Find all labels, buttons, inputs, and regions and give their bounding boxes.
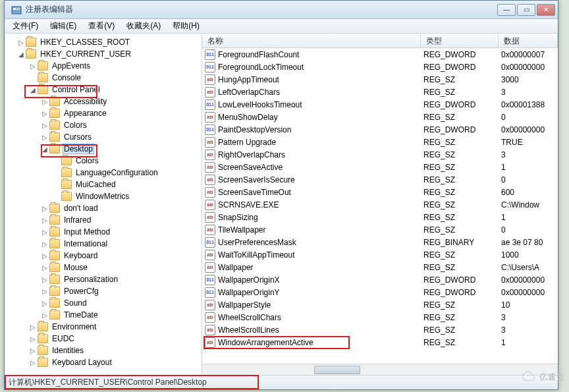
tree-node-eudc[interactable]: ▷EUDC	[5, 333, 202, 345]
tree-node-hkey-current-user[interactable]: ◢HKEY_CURRENT_USER	[5, 48, 202, 60]
tree-node-windowmetrics[interactable]: ▷WindowMetrics	[5, 190, 202, 202]
expander-icon[interactable]: ▷	[40, 98, 49, 105]
tree-node-identities[interactable]: ▷Identities	[5, 345, 202, 356]
value-row[interactable]: LowLevelHooksTimeoutREG_DWORD0x00001388	[202, 98, 558, 111]
expander-icon[interactable]: ▷	[40, 229, 49, 236]
menu-4[interactable]: 帮助(H)	[167, 19, 205, 33]
value-row[interactable]: PaintDesktopVersionREG_DWORD0x00000000	[202, 123, 558, 136]
close-button[interactable]: ✕	[537, 4, 555, 16]
tree-node-infrared[interactable]: ▷Infrared	[5, 214, 202, 226]
value-row[interactable]: RightOverlapCharsREG_SZ3	[202, 148, 558, 161]
expander-icon[interactable]: ▷	[40, 252, 49, 260]
tree-node-don-t-load[interactable]: ▷don't load	[5, 202, 202, 214]
expander-icon[interactable]: ▷	[40, 312, 49, 319]
value-row[interactable]: ForegroundLockTimeoutREG_DWORD0x00000000	[202, 61, 558, 73]
value-row[interactable]: WallpaperREG_SZC:\Users\A	[202, 261, 558, 273]
tree-node-cursors[interactable]: ▷Cursors	[5, 131, 202, 143]
expander-icon[interactable]: ▷	[40, 240, 49, 248]
tree-node-keyboard[interactable]: ▷Keyboard	[5, 250, 202, 262]
value-row[interactable]: ScreenSaverIsSecureREG_SZ0	[202, 173, 558, 186]
list-body[interactable]: ForegroundFlashCountREG_DWORD0x00000007F…	[202, 48, 558, 364]
menu-0[interactable]: 文件(F)	[7, 19, 43, 33]
expander-icon[interactable]: ▷	[40, 205, 49, 212]
value-row[interactable]: MenuShowDelayREG_SZ0	[202, 111, 558, 123]
expander-icon[interactable]: ▷	[40, 134, 49, 141]
value-type: REG_BINARY	[421, 238, 499, 247]
value-row[interactable]: HungAppTimeoutREG_SZ3000	[202, 73, 558, 86]
tree-node-colors[interactable]: ▷Colors	[5, 119, 202, 131]
value-row[interactable]: ScreenSaveActiveREG_SZ1	[202, 161, 558, 173]
expander-icon[interactable]: ▷	[28, 323, 38, 331]
tree-node-timedate[interactable]: ▷TimeDate	[5, 309, 202, 321]
expander-icon[interactable]: ▷	[40, 276, 49, 283]
menu-1[interactable]: 编辑(E)	[45, 19, 82, 33]
expander-icon[interactable]: ▷	[28, 63, 38, 70]
value-name: WallpaperOriginY	[218, 288, 280, 297]
expander-icon[interactable]: ▷	[40, 264, 49, 271]
tree-node-accessibility[interactable]: ▷Accessibility	[5, 96, 202, 107]
tree-node-powercfg[interactable]: ▷PowerCfg	[5, 285, 202, 297]
value-row[interactable]: TileWallpaperREG_SZ0	[202, 223, 558, 236]
expander-icon[interactable]: ▷	[40, 217, 49, 224]
column-data[interactable]: 数据	[499, 34, 558, 47]
tree-node-muicached[interactable]: ▷MuiCached	[5, 179, 202, 190]
menu-2[interactable]: 查看(V)	[83, 19, 120, 33]
minimize-button[interactable]: —	[497, 4, 516, 16]
title-bar[interactable]: 注册表编辑器 — ▭ ✕	[5, 1, 558, 19]
expander-icon[interactable]: ◢	[28, 86, 38, 94]
tree-node-appevents[interactable]: ▷AppEvents	[5, 60, 202, 72]
tree-node-input-method[interactable]: ▷Input Method	[5, 226, 202, 238]
value-row[interactable]: WaitToKillAppTimeoutREG_SZ1000	[202, 248, 558, 261]
value-type: REG_SZ	[421, 138, 499, 147]
value-data: 0	[499, 175, 558, 184]
tree-node-hkey-classes-root[interactable]: ▷HKEY_CLASSES_ROOT	[5, 36, 202, 48]
tree-pane[interactable]: ▷HKEY_CLASSES_ROOT◢HKEY_CURRENT_USER▷App…	[5, 34, 202, 375]
value-row[interactable]: WallpaperOriginXREG_DWORD0x00000000	[202, 273, 558, 286]
tree-node-personalization[interactable]: ▷Personalization	[5, 273, 202, 285]
tree-node-colors[interactable]: ▷Colors	[5, 155, 202, 167]
value-row[interactable]: SnapSizingREG_SZ1	[202, 211, 558, 223]
value-row[interactable]: SCRNSAVE.EXEREG_SZC:\Window	[202, 198, 558, 211]
value-row[interactable]: WallpaperOriginYREG_DWORD0x00000000	[202, 286, 558, 298]
menu-3[interactable]: 收藏夹(A)	[121, 19, 166, 33]
expander-icon[interactable]: ▷	[40, 122, 49, 129]
expander-icon[interactable]: ▷	[28, 359, 38, 366]
tree-node-desktop[interactable]: ◢Desktop	[5, 143, 202, 155]
value-row[interactable]: WindowArrangementActiveREG_SZ1	[202, 336, 558, 349]
expander-icon[interactable]: ▷	[16, 39, 26, 46]
tree-node-environment[interactable]: ▷Environment	[5, 321, 202, 333]
expander-icon[interactable]: ◢	[16, 51, 26, 58]
value-row[interactable]: WallpaperStyleREG_SZ10	[202, 298, 558, 311]
maximize-button[interactable]: ▭	[517, 4, 535, 16]
scrollbar-thumb[interactable]	[314, 366, 360, 374]
value-row[interactable]: ForegroundFlashCountREG_DWORD0x00000007	[202, 48, 558, 61]
expander-icon[interactable]: ▷	[40, 288, 49, 295]
expander-icon[interactable]: ▷	[40, 110, 49, 117]
tree-node-international[interactable]: ▷International	[5, 238, 202, 250]
tree-node-appearance[interactable]: ▷Appearance	[5, 107, 202, 119]
value-row[interactable]: Pattern UpgradeREG_SZTRUE	[202, 136, 558, 148]
value-row[interactable]: LeftOverlapCharsREG_SZ3	[202, 86, 558, 98]
tree-node-console[interactable]: ▷Console	[5, 72, 202, 84]
expander-icon[interactable]: ▷	[28, 335, 38, 343]
value-row[interactable]: WheelScrollCharsREG_SZ3	[202, 311, 558, 323]
expander-icon[interactable]: ◢	[40, 146, 49, 153]
value-row[interactable]: ScreenSaveTimeOutREG_SZ600	[202, 186, 558, 198]
value-name: PaintDesktopVersion	[218, 125, 291, 134]
value-row[interactable]: WheelScrollLinesREG_SZ3	[202, 323, 558, 336]
value-row[interactable]: UserPreferencesMaskREG_BINARYae 3e 07 80	[202, 236, 558, 248]
value-name: WallpaperOriginX	[218, 275, 280, 285]
tree-node-mouse[interactable]: ▷Mouse	[5, 262, 202, 273]
horizontal-scrollbar[interactable]	[202, 364, 558, 375]
tree-node-sound[interactable]: ▷Sound	[5, 297, 202, 309]
expander-icon[interactable]: ▷	[40, 300, 49, 307]
tree-node-control-panel[interactable]: ◢Control Panel	[5, 84, 202, 96]
folder-icon	[38, 358, 48, 367]
tree-label: Infrared	[63, 215, 92, 225]
tree-label: Appearance	[63, 109, 108, 118]
column-type[interactable]: 类型	[421, 34, 499, 47]
tree-node-languageconfiguration[interactable]: ▷LanguageConfiguration	[5, 167, 202, 179]
expander-icon[interactable]: ▷	[28, 347, 38, 354]
column-name[interactable]: 名称	[202, 34, 421, 47]
tree-node-keyboard-layout[interactable]: ▷Keyboard Layout	[5, 356, 202, 368]
